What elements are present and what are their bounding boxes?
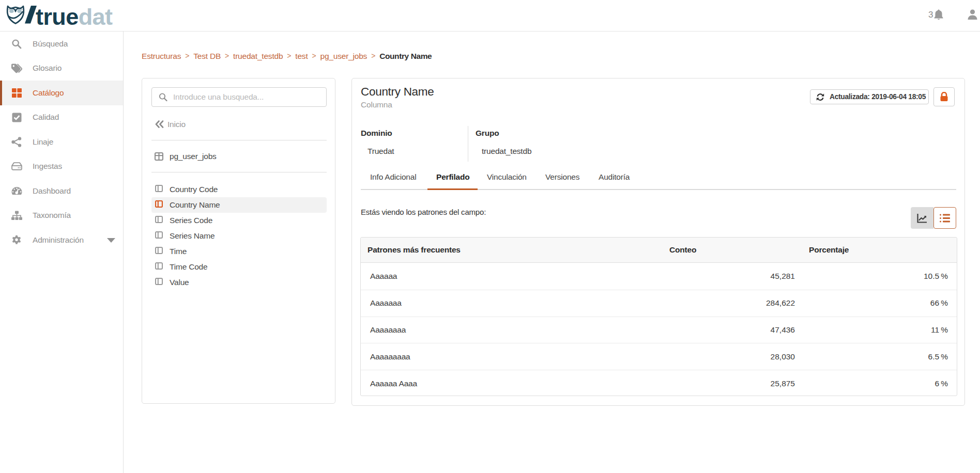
svg-text:truedat: truedat — [36, 4, 113, 30]
